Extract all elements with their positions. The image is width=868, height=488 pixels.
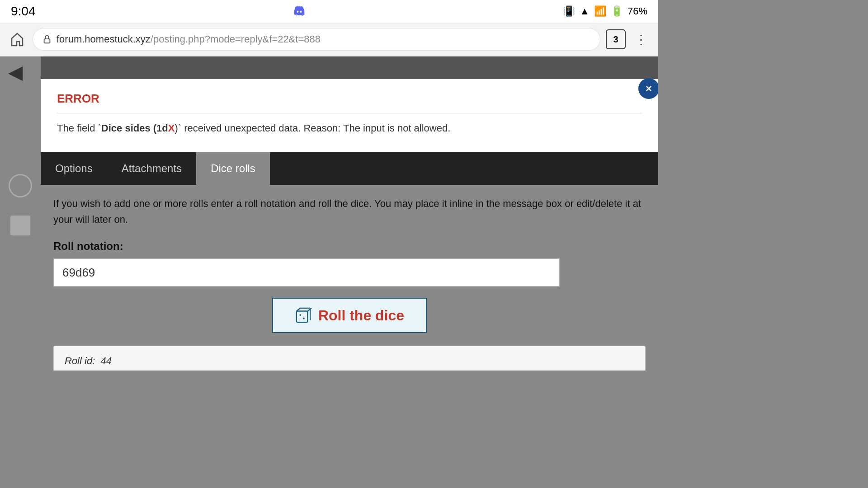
content-top-strip	[41, 56, 658, 79]
status-time: 9:04	[11, 4, 36, 19]
tab-dice-rolls[interactable]: Dice rolls	[196, 152, 270, 185]
error-modal: × ERROR The field `Dice sides (1dX)` rec…	[41, 79, 658, 152]
roll-button-wrapper: Roll the dice	[53, 298, 646, 333]
roll-id-label: Roll id:	[65, 355, 95, 366]
dice-rolls-section: If you wish to add one or more rolls ent…	[41, 185, 658, 371]
address-bar[interactable]: forum.homestuck.xyz/posting.php?mode=rep…	[33, 28, 600, 51]
roll-the-dice-button[interactable]: Roll the dice	[272, 298, 427, 333]
tab-count-button[interactable]: 3	[606, 29, 626, 49]
content-area: × ERROR The field `Dice sides (1dX)` rec…	[41, 56, 658, 371]
more-menu-button[interactable]: ⋮	[631, 29, 651, 49]
roll-id-line: Roll id: 44	[65, 355, 634, 367]
error-close-button[interactable]: ×	[638, 78, 658, 99]
back-button[interactable]: ◀	[8, 61, 23, 83]
status-discord-icon	[291, 2, 307, 20]
roll-notation-label: Roll notation:	[53, 240, 646, 253]
svg-point-3	[299, 314, 301, 316]
side-indicator-square	[10, 216, 30, 235]
main-content-wrapper: ◀ × ERROR The field `Dice sides (1dX)` r…	[0, 56, 658, 371]
roll-button-label: Roll the dice	[318, 307, 404, 324]
side-indicator-circle	[9, 174, 32, 197]
roll-notation-input[interactable]	[53, 258, 560, 287]
dice-description: If you wish to add one or more rolls ent…	[53, 196, 646, 227]
tabs-bar: Options Attachments Dice rolls	[41, 152, 658, 185]
lock-icon	[42, 34, 52, 44]
error-field-red: X	[168, 122, 175, 134]
error-message-suffix: )` received unexpected data. Reason: The…	[175, 122, 450, 134]
svg-rect-2	[297, 311, 308, 323]
status-bar: 9:04 📳 ▲ 📶 🔋 76%	[0, 0, 658, 23]
error-message-prefix: The field `	[57, 122, 101, 134]
dice-cube-icon	[295, 307, 312, 324]
battery-percentage: 76%	[627, 5, 647, 17]
battery-icon: 🔋	[611, 5, 623, 17]
svg-point-4	[303, 318, 305, 319]
roll-info-box: Roll id: 44 Roll notation: 1d20	[53, 346, 646, 371]
address-bar-text: forum.homestuck.xyz/posting.php?mode=rep…	[57, 33, 321, 45]
tab-attachments[interactable]: Attachments	[107, 152, 196, 185]
vibrate-icon: 📳	[563, 5, 575, 17]
wifi-icon: ▲	[580, 5, 590, 17]
error-field-bold: Dice sides (1d	[101, 122, 168, 134]
signal-icon: 📶	[594, 5, 606, 17]
error-message: The field `Dice sides (1dX)` received un…	[57, 121, 642, 136]
error-title: ERROR	[57, 92, 642, 113]
side-panel: ◀	[0, 56, 41, 371]
browser-chrome: forum.homestuck.xyz/posting.php?mode=rep…	[0, 23, 658, 56]
svg-rect-1	[44, 39, 50, 43]
home-button[interactable]	[7, 29, 27, 49]
tab-options[interactable]: Options	[41, 152, 107, 185]
status-icons: 📳 ▲ 📶 🔋 76%	[563, 5, 647, 17]
roll-id-value: 44	[100, 355, 111, 366]
